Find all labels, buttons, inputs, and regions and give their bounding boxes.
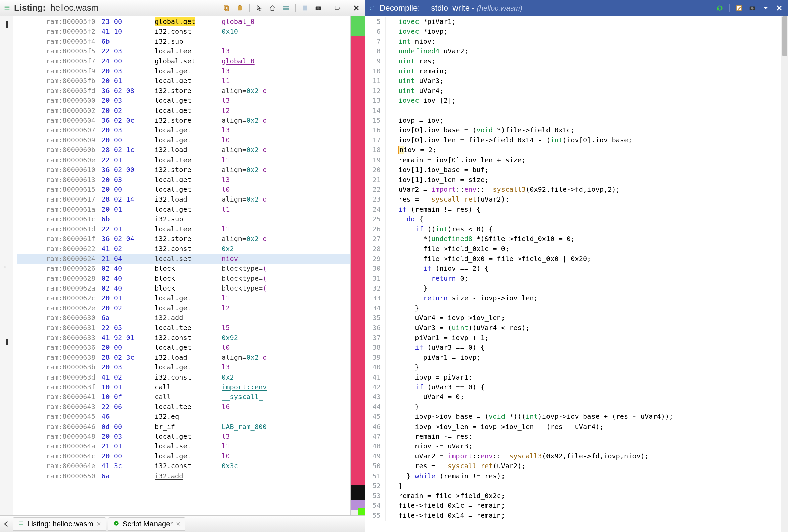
- code-row[interactable]: 37 piVar1 = iovp + 1;: [366, 333, 781, 342]
- close-icon[interactable]: [351, 3, 362, 14]
- disasm-row[interactable]: ram:80000600 20 03local.getl3: [17, 96, 350, 105]
- disasm-row[interactable]: ram:80000633 41 92 01i32.const0x92: [17, 333, 350, 342]
- tab-script-manager[interactable]: Script Manager ×: [108, 517, 185, 531]
- disasm-row[interactable]: ram:800005fd 36 02 08i32.storealign=0x2 …: [17, 86, 350, 96]
- code-row[interactable]: 35 uVar4 = iovp->iov_len;: [366, 313, 781, 323]
- code-row[interactable]: 55 file->field_0x14 = remain;: [366, 511, 781, 520]
- disasm-row[interactable]: ram:8000063b 20 03local.getl3: [17, 362, 350, 372]
- code-row[interactable]: 20 iov[1].iov_base = buf;: [366, 165, 781, 175]
- code-row[interactable]: 15 iovp = iov;: [366, 116, 781, 125]
- code-row[interactable]: 22 uVar2 = import::env::__syscall3(0x92,…: [366, 185, 781, 195]
- code-row[interactable]: 21 iov[1].iov_len = size;: [366, 175, 781, 185]
- code-row[interactable]: 47 remain -= res;: [366, 432, 781, 441]
- code-row[interactable]: 18 niov = 2;: [366, 145, 781, 155]
- close-icon[interactable]: [774, 3, 785, 14]
- disasm-row[interactable]: ram:800005f2 41 10i32.const0x10: [17, 26, 350, 36]
- disasm-row[interactable]: ram:8000064e 41 3ci32.const0x3c: [17, 461, 350, 471]
- disasm-row[interactable]: ram:8000064a 21 01local.setl1: [17, 441, 350, 451]
- code-row[interactable]: 28 file->field_0x1c = 0;: [366, 244, 781, 254]
- disasm-row[interactable]: ram:800005f9 20 03local.getl3: [17, 66, 350, 76]
- code-row[interactable]: 54 file->field_0x1c = remain;: [366, 501, 781, 511]
- disasm-row[interactable]: ram:800005f7 24 00global.setglobal_0: [17, 56, 350, 66]
- disasm-row[interactable]: ram:800005f4 6bi32.sub: [17, 37, 350, 46]
- disasm-row[interactable]: ram:80000602 20 02local.getl2: [17, 106, 350, 116]
- cursor-icon[interactable]: [254, 3, 264, 14]
- code-row[interactable]: 9 uint res;: [366, 56, 781, 66]
- disasm-row[interactable]: ram:800005f0 23 00global.getglobal_0: [17, 17, 350, 26]
- tab-close-icon[interactable]: ×: [176, 519, 180, 528]
- disasm-row[interactable]: ram:8000063d 41 02i32.const0x2: [17, 372, 350, 382]
- disasm-row[interactable]: ram:80000610 36 02 00i32.storealign=0x2 …: [17, 165, 350, 175]
- disasm-row[interactable]: ram:8000061f 36 02 04i32.storealign=0x2 …: [17, 234, 350, 244]
- code-row[interactable]: 32 }: [366, 283, 781, 293]
- code-row[interactable]: 19 remain = iov[0].iov_len + size;: [366, 155, 781, 165]
- code-row[interactable]: 34 }: [366, 303, 781, 313]
- code-row[interactable]: 51 } while (remain != res);: [366, 471, 781, 481]
- disasm-row[interactable]: ram:80000636 20 00local.getl0: [17, 342, 350, 352]
- code-row[interactable]: 44 }: [366, 402, 781, 412]
- disasm-row[interactable]: ram:8000061a 20 01local.getl1: [17, 204, 350, 214]
- disasm-row[interactable]: ram:80000607 20 03local.getl3: [17, 125, 350, 135]
- edit-icon[interactable]: [734, 3, 744, 14]
- paste-icon[interactable]: [234, 3, 245, 14]
- tab-nav-left-icon[interactable]: [2, 519, 11, 528]
- disasm-row[interactable]: ram:80000613 20 03local.getl3: [17, 175, 350, 185]
- tab-close-icon[interactable]: ×: [97, 519, 101, 528]
- code-row[interactable]: 39 piVar1 = iovp;: [366, 353, 781, 362]
- disasm-row[interactable]: ram:80000628 02 40blockblocktype=(: [17, 274, 350, 283]
- code-row[interactable]: 16 iov[0].iov_base = (void *)file->field…: [366, 125, 781, 135]
- code-row[interactable]: 49 uVar2 = import::env::__syscall3(0x92,…: [366, 451, 781, 461]
- code-row[interactable]: 8 undefined4 uVar2;: [366, 46, 781, 56]
- code-row[interactable]: 11 uint uVar3;: [366, 76, 781, 86]
- disasm-row[interactable]: ram:80000650 6ai32.add: [17, 471, 350, 481]
- disasm-row[interactable]: ram:80000626 02 40blockblocktype=(: [17, 264, 350, 273]
- code-row[interactable]: 6 iovec *iovp;: [366, 26, 781, 36]
- code-row[interactable]: 46 iovp->iov_len = iovp->iov_len - (res …: [366, 422, 781, 432]
- fields-icon[interactable]: [280, 3, 291, 14]
- disasm-row[interactable]: ram:80000643 22 06local.teel6: [17, 402, 350, 412]
- code-row[interactable]: 13 iovec iov [2];: [366, 96, 781, 105]
- code-row[interactable]: 40 }: [366, 362, 781, 372]
- vertical-scrollbar[interactable]: [781, 16, 788, 532]
- home-icon[interactable]: [267, 3, 278, 14]
- disasm-scroll[interactable]: ram:800005f0 23 00global.getglobal_0ram:…: [14, 16, 350, 515]
- code-row[interactable]: 23 res = __syscall_ret(uVar2);: [366, 195, 781, 204]
- code-row[interactable]: 25 do {: [366, 214, 781, 224]
- disasm-row[interactable]: ram:80000638 28 02 3ci32.loadalign=0x2 o: [17, 353, 350, 362]
- code-row[interactable]: 10 uint remain;: [366, 66, 781, 76]
- snapshot-icon[interactable]: [747, 3, 758, 14]
- code-row[interactable]: 27 *(undefined8 *)&file->field_0x10 = 0;: [366, 234, 781, 244]
- disasm-row[interactable]: ram:80000648 20 03local.getl3: [17, 432, 350, 441]
- disasm-row[interactable]: ram:80000641 10 0fcall__syscall_: [17, 392, 350, 402]
- disasm-row[interactable]: ram:80000645 46i32.eq: [17, 412, 350, 421]
- disasm-row[interactable]: ram:8000061d 22 01local.teel1: [17, 224, 350, 234]
- refresh-icon[interactable]: [714, 3, 725, 14]
- code-row[interactable]: 43 uVar4 = 0;: [366, 392, 781, 402]
- code-row[interactable]: 30 if (niov == 2) {: [366, 264, 781, 273]
- code-row[interactable]: 48 niov -= uVar3;: [366, 441, 781, 451]
- code-row[interactable]: 14: [366, 106, 781, 116]
- disasm-row[interactable]: ram:8000062e 20 02local.getl2: [17, 303, 350, 313]
- disasm-row[interactable]: ram:8000062c 20 01local.getl1: [17, 293, 350, 303]
- disasm-row[interactable]: ram:800005f5 22 03local.teel3: [17, 46, 350, 56]
- disasm-row[interactable]: ram:8000062a 02 40blockblocktype=(: [17, 283, 350, 293]
- disasm-row[interactable]: ram:80000630 6ai32.add: [17, 313, 350, 323]
- disasm-row[interactable]: ram:80000617 28 02 14i32.loadalign=0x2 o: [17, 195, 350, 204]
- menu-caret-icon[interactable]: [761, 3, 771, 14]
- code-row[interactable]: 33 return size - iovp->iov_len;: [366, 293, 781, 303]
- disasm-row[interactable]: ram:80000624 21 04local.setniov: [17, 254, 350, 264]
- code-row[interactable]: 53 remain = file->field_0x2c;: [366, 491, 781, 501]
- disasm-row[interactable]: ram:800005fb 20 01local.getl1: [17, 76, 350, 86]
- code-row[interactable]: 12 uint uVar4;: [366, 86, 781, 96]
- code-row[interactable]: 38 if (uVar3 == 0) {: [366, 342, 781, 352]
- disasm-row[interactable]: ram:80000609 20 00local.getl0: [17, 135, 350, 145]
- code-row[interactable]: 45 iovp->iov_base = (void *)((int)iovp->…: [366, 412, 781, 421]
- scrollbar-thumb[interactable]: [782, 16, 787, 56]
- disasm-row[interactable]: ram:8000061c 6bi32.sub: [17, 214, 350, 224]
- disasm-row[interactable]: ram:8000063f 10 01callimport::env: [17, 382, 350, 392]
- code-row[interactable]: 50 res = __syscall_ret(uVar2);: [366, 461, 781, 471]
- code-row[interactable]: 36 uVar3 = (uint)(uVar4 < res);: [366, 323, 781, 333]
- disasm-row[interactable]: ram:80000622 41 02i32.const0x2: [17, 244, 350, 254]
- disasm-row[interactable]: ram:80000604 36 02 0ci32.storealign=0x2 …: [17, 116, 350, 125]
- code-row[interactable]: 41 iovp = piVar1;: [366, 372, 781, 382]
